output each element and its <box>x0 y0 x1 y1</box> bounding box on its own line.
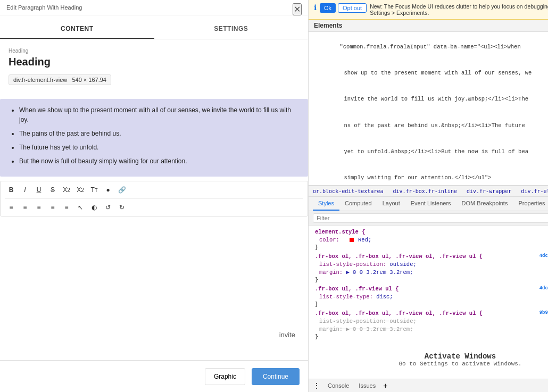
color-button[interactable]: ● <box>102 184 114 196</box>
css-property: color: Red; <box>309 236 548 244</box>
info-bar-buttons: Ok Opt out <box>320 3 367 13</box>
devtools-panel: ℹ Ok Opt out New: The Focus Mode UI redu… <box>309 0 548 392</box>
breadcrumb-link[interactable]: or.block-edit-textarea <box>313 188 383 194</box>
cursor-button[interactable]: ↖ <box>74 201 87 214</box>
strikethrough-button[interactable]: S <box>46 184 59 196</box>
activate-windows-sub: Go to Settings to activate Windows. <box>314 361 548 367</box>
editor-panel: Edit Paragraph With Heading ✕ CONTENT SE… <box>0 0 309 392</box>
ok-button[interactable]: Ok <box>320 3 336 13</box>
continue-button[interactable]: Continue <box>252 368 300 385</box>
tab-content[interactable]: CONTENT <box>0 20 154 39</box>
css-rule-selector: .fr-box ul, .fr-view ul { 4dccba99f35_6b… <box>309 285 548 293</box>
css-property: list-style-type: disc; <box>309 293 548 301</box>
tab-event-listeners[interactable]: Event Listeners <box>405 197 456 211</box>
css-rule-selector: .fr-box ol, .fr-box ul, .fr-view ol, .fr… <box>309 252 548 261</box>
add-panel-icon[interactable]: + <box>383 381 387 390</box>
css-link[interactable]: 4dccba99f35_6b5d8.css:1 <box>539 253 548 258</box>
panel-content: Heading Heading div.fr-element.fr-view 5… <box>0 39 308 99</box>
main-container: Edit Paragraph With Heading ✕ CONTENT SE… <box>0 0 548 392</box>
list-item: The future has yet to unfold. <box>19 143 300 152</box>
html-line[interactable]: "common.froala.froalaInput" data-ba-name… <box>309 34 548 60</box>
css-link[interactable]: 9b95ca763be_ba35e.css:1 <box>539 310 548 315</box>
tab-computed[interactable]: Computed <box>339 197 377 211</box>
subscript-button[interactable]: X2 <box>60 184 73 196</box>
html-line[interactable]: show up to the present moment with all o… <box>309 60 548 86</box>
console-tab[interactable]: Console <box>326 381 351 390</box>
info-icon: ℹ <box>314 3 317 12</box>
content-area[interactable]: When we show up to the present moment wi… <box>0 99 308 177</box>
filter-input[interactable] <box>313 213 548 223</box>
bold-button[interactable]: B <box>5 184 18 196</box>
css-rule-selector: element.style { <box>309 228 548 236</box>
styles-tabs-bar: Styles Computed Layout Event Listeners D… <box>309 197 548 211</box>
breadcrumb-link[interactable]: div.fr-element.fr-view <box>521 188 548 194</box>
formatting-toolbar: B I U S X2 X2 Tт ● 🔗 ≡ ≡ ≡ ≡ ≡ ↖ ◐ ↺ ↻ <box>0 181 308 216</box>
tab-settings[interactable]: SETTINGS <box>154 20 309 39</box>
tabs-bar: CONTENT SETTINGS <box>0 15 308 39</box>
highlight-button[interactable]: ◐ <box>88 201 101 214</box>
css-rule-selector: .fr-box ol, .fr-box ul, .fr-view ol, .fr… <box>309 309 548 318</box>
tab-dom-breakpoints[interactable]: DOM Breakpoints <box>456 197 513 211</box>
close-button[interactable]: ✕ <box>293 3 302 15</box>
breadcrumb-link[interactable]: div.fr-wrapper <box>467 188 511 194</box>
graphic-button[interactable]: Graphic <box>205 368 245 385</box>
info-bar-text: New: The Focus Mode UI reduces clutter t… <box>370 3 548 16</box>
html-line[interactable]: invite the world to fill us with joy.&nb… <box>309 87 548 113</box>
activate-windows-title: Activate Windows <box>314 352 548 361</box>
list-item: But the now is full of beauty simply wai… <box>19 156 300 166</box>
heading-label: Heading <box>9 48 300 54</box>
html-line[interactable]: yet to unfold.&nbsp;</li><li>But the now… <box>309 139 548 165</box>
edit-title: Edit Paragraph With Heading <box>0 0 308 15</box>
list-item: When we show up to the present moment wi… <box>19 105 300 124</box>
tab-styles[interactable]: Styles <box>313 197 339 211</box>
bottom-bar: Graphic Continue <box>0 360 308 392</box>
bullet-list-button[interactable]: ≡ <box>32 201 45 214</box>
console-menu-icon[interactable]: ⋮ <box>313 381 320 390</box>
html-line[interactable]: simply waiting for our attention.</li></… <box>309 165 548 186</box>
css-property: list-style-position: outside; <box>309 261 548 268</box>
link-button[interactable]: 🔗 <box>115 184 128 196</box>
italic-button[interactable]: I <box>19 184 31 196</box>
styles-content: element.style { color: Red; } .fr-box ol… <box>309 226 548 379</box>
outdent-button[interactable]: ≡ <box>60 201 73 214</box>
underline-button[interactable]: U <box>32 184 45 196</box>
bullet-list: When we show up to the present moment wi… <box>9 105 300 166</box>
element-badge: div.fr-element.fr-view 540 × 167.94 <box>9 74 300 90</box>
devtools-elements-header: Elements ✕ <box>309 20 548 32</box>
heading-text: Heading <box>9 56 300 68</box>
css-property: margin: ▶ 0 0 3.2rem 3.2rem; <box>309 325 548 333</box>
tab-layout[interactable]: Layout <box>377 197 405 211</box>
breadcrumb: or.block-edit-textarea div.fr-box.fr-inl… <box>309 186 548 197</box>
list-item: The pains of the past are behind us. <box>19 129 300 138</box>
superscript-button[interactable]: X2 <box>74 184 87 196</box>
ordered-list-button[interactable]: ≡ <box>19 201 31 214</box>
issues-tab[interactable]: Issues <box>356 381 378 390</box>
redo-button[interactable]: ↻ <box>115 201 128 214</box>
css-property: margin: ▶ 0 0 3.2rem 3.2rem; <box>309 268 548 276</box>
html-line[interactable]: ns of the past are behind us.&nbsp;</li>… <box>309 113 548 139</box>
filter-bar: :hov .cls + ◫ ⋮ <box>309 211 548 226</box>
info-bar: ℹ Ok Opt out New: The Focus Mode UI redu… <box>309 0 548 20</box>
devtools-bottom-bar: ⋮ Console Issues + <box>309 379 548 392</box>
align-left-button[interactable]: ≡ <box>5 201 18 214</box>
activate-windows-overlay: Activate Windows Go to Settings to activ… <box>309 347 548 372</box>
invite-text: invite <box>279 331 295 339</box>
undo-button[interactable]: ↺ <box>102 201 114 214</box>
opt-out-button[interactable]: Opt out <box>338 3 367 13</box>
css-link[interactable]: 4dccba99f35_6b5d8.css:1 <box>539 286 548 291</box>
indent-button[interactable]: ≡ <box>46 201 59 214</box>
css-property: list-style-position: outside; <box>309 318 548 325</box>
html-tree: "common.froala.froalaInput" data-ba-name… <box>309 32 548 186</box>
tab-properties[interactable]: Properties <box>513 197 548 211</box>
font-size-button[interactable]: Tт <box>88 184 101 196</box>
breadcrumb-link[interactable]: div.fr-box.fr-inline <box>393 188 457 194</box>
